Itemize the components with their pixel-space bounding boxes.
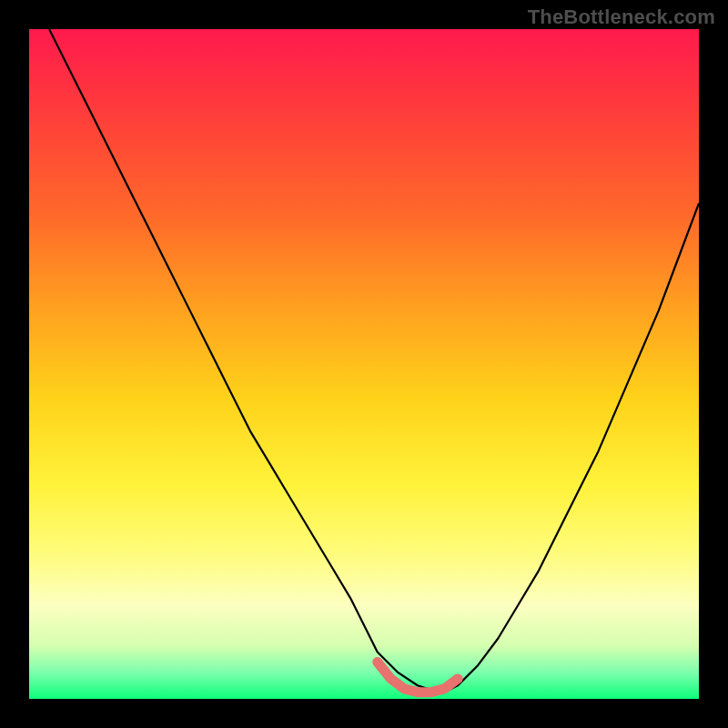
watermark-text: TheBottleneck.com bbox=[528, 5, 715, 29]
chart-frame: TheBottleneck.com bbox=[0, 0, 728, 728]
series-bottleneck-curve bbox=[49, 29, 699, 693]
plot-area bbox=[29, 29, 699, 699]
series-valley-highlight bbox=[378, 662, 458, 693]
chart-svg bbox=[29, 29, 699, 699]
